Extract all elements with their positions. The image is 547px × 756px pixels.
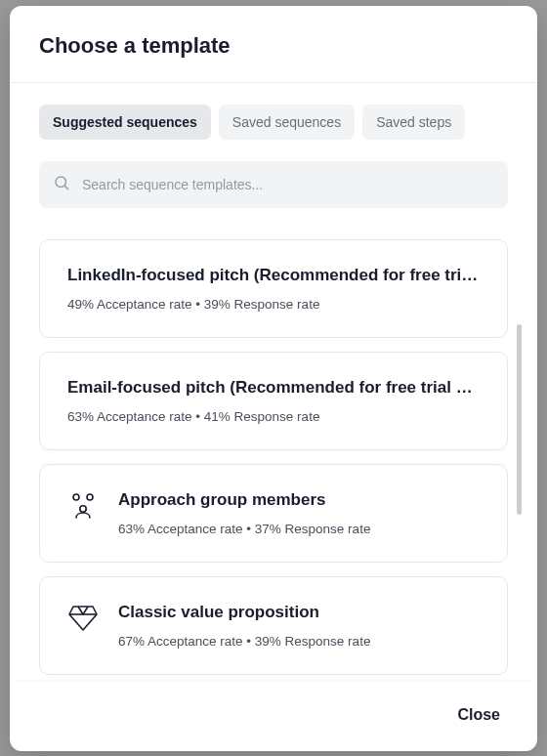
card-title: Approach group members [118,490,480,510]
svg-line-1 [64,186,68,189]
modal-body: Suggested sequences Saved sequences Save… [10,83,537,680]
card-title: Email-focused pitch (Recommended for fre… [67,378,480,398]
scrollbar[interactable] [517,324,522,515]
modal-header: Choose a template [10,6,537,83]
tab-saved-steps[interactable]: Saved steps [362,105,465,140]
card-stats: 67% Acceptance rate • 39% Response rate [118,634,480,649]
search-icon [53,174,70,195]
modal-footer: Close [10,680,537,751]
group-icon [67,490,99,522]
card-title: Classic value proposition [118,603,480,622]
card-title: LinkedIn-focused pitch (Recommended for … [67,266,480,285]
svg-point-2 [73,494,79,500]
diamond-icon [67,603,99,632]
search-container[interactable] [39,161,508,208]
close-button[interactable]: Close [449,700,508,730]
template-card[interactable]: Classic value proposition 67% Acceptance… [39,576,508,675]
card-stats: 63% Acceptance rate • 37% Response rate [118,522,480,536]
template-card[interactable]: Approach group members 63% Acceptance ra… [39,464,508,563]
tab-saved-sequences[interactable]: Saved sequences [219,105,355,140]
svg-point-3 [87,494,93,500]
card-content: Approach group members 63% Acceptance ra… [118,490,480,536]
card-stats: 63% Acceptance rate • 41% Response rate [67,409,480,424]
template-modal: Choose a template Suggested sequences Sa… [10,6,537,751]
search-input[interactable] [82,177,494,192]
card-stats: 49% Acceptance rate • 39% Response rate [67,297,480,312]
card-content: Classic value proposition 67% Acceptance… [118,603,480,649]
template-card[interactable]: Email-focused pitch (Recommended for fre… [39,352,508,450]
tab-suggested-sequences[interactable]: Suggested sequences [39,105,211,140]
template-card[interactable]: LinkedIn-focused pitch (Recommended for … [39,239,508,338]
card-content: LinkedIn-focused pitch (Recommended for … [67,266,480,312]
svg-point-4 [80,506,86,512]
card-content: Email-focused pitch (Recommended for fre… [67,378,480,424]
tabs: Suggested sequences Saved sequences Save… [39,105,508,140]
modal-title: Choose a template [39,33,508,59]
template-list: LinkedIn-focused pitch (Recommended for … [39,239,508,679]
